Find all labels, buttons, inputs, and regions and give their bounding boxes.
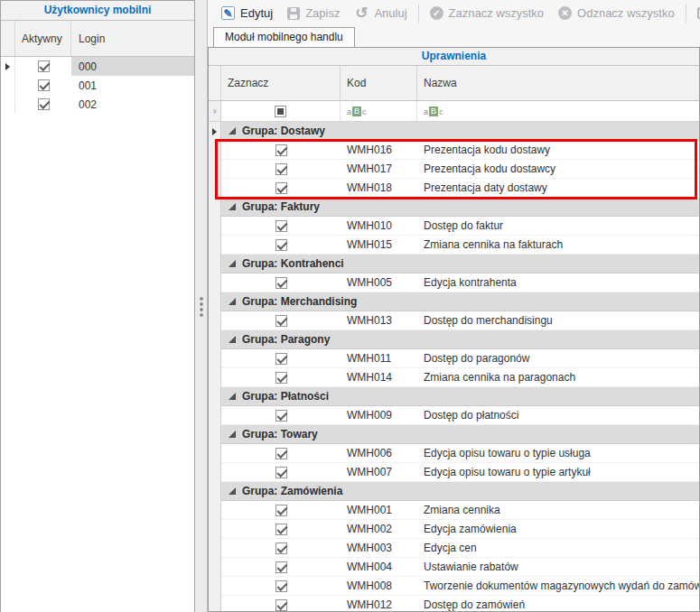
expand-triangle-icon[interactable] [229,298,236,305]
permission-checkbox[interactable] [275,163,287,175]
permission-row[interactable]: WMH010 Dostęp do faktur [209,217,699,236]
permission-row[interactable]: WMH012 Dostęp do zamówień [209,596,699,612]
expand-triangle-icon[interactable] [229,127,236,134]
permission-checkbox[interactable] [275,599,287,611]
login-cell[interactable]: 002 [71,95,194,114]
permission-checkbox[interactable] [275,505,287,516]
expand-triangle-icon[interactable] [229,260,236,267]
permission-checkbox[interactable] [275,372,287,384]
toolbar-button[interactable]: Zaznacz grup [690,4,700,23]
column-header-zaznacz[interactable]: Zaznacz [221,66,341,100]
permission-name: Tworzenie dokumentów magazynowych wydań … [417,577,699,596]
permission-checkbox[interactable] [275,277,287,289]
user-row[interactable]: 001 [1,76,194,95]
permission-code: WMH018 [341,179,417,198]
toolbar-button[interactable]: ✕ Odznacz wszystko [551,4,682,23]
permission-checkbox[interactable] [275,182,287,194]
expand-triangle-icon[interactable] [229,203,236,210]
permission-checkbox[interactable] [275,410,287,422]
permission-row[interactable]: WMH014 Zmiana cennika na paragonach [209,368,699,387]
grid-header-row: Zaznacz Kod Nazwa [209,66,699,101]
app-window: Użytkownicy mobilni Aktywny Login 000 00… [0,0,700,612]
permission-code: WMH001 [341,501,417,520]
permission-checkbox[interactable] [275,542,287,554]
permission-row[interactable]: WMH016 Prezentacja kodu dostawy [209,141,699,160]
column-header-login[interactable]: Login [71,21,194,56]
expand-triangle-icon[interactable] [229,431,236,438]
toolbar-button[interactable]: ↺ Anuluj [347,4,414,23]
permission-row[interactable]: WMH009 Dostęp do płatności [209,406,699,425]
splitter-grip-icon[interactable] [200,298,202,317]
column-header-kod[interactable]: Kod [341,66,417,100]
toolbar-button[interactable]: ✓ Zaznacz wszystko [423,4,551,23]
edit-icon: ✎ [221,6,235,20]
permission-checkbox[interactable] [275,144,287,156]
permission-code: WMH009 [341,406,417,425]
contains-filter-icon[interactable]: aBc [347,107,367,116]
permission-checkbox[interactable] [275,315,287,327]
mobile-users-panel: Użytkownicy mobilni Aktywny Login 000 00… [0,0,195,612]
column-header-nazwa[interactable]: Nazwa [417,66,699,100]
login-cell[interactable]: 000 [71,57,194,76]
permission-checkbox[interactable] [275,239,287,251]
users-body: 000 001 002 [1,57,194,114]
contains-filter-icon[interactable]: aBc [424,107,443,116]
active-checkbox[interactable] [38,79,50,91]
user-row[interactable]: 002 [1,95,194,114]
permission-name: Edycja zamówienia [417,520,699,539]
column-header-aktywny[interactable]: Aktywny [15,21,71,56]
toolbar-button[interactable]: ✎ Edytuj [214,4,280,23]
permission-row[interactable]: WMH003 Edycja cen [209,539,699,558]
group-row[interactable]: Grupa: Zamówienia [209,482,699,501]
expand-triangle-icon[interactable] [229,487,236,495]
permission-checkbox[interactable] [275,448,287,459]
permission-row[interactable]: WMH013 Dostęp do merchandisingu [209,311,699,330]
permission-row[interactable]: WMH017 Prezentacja kodu dostawcy [209,160,699,179]
permission-checkbox[interactable] [275,561,287,573]
permission-row[interactable]: WMH004 Ustawianie rabatów [209,558,699,577]
group-row[interactable]: Grupa: Towary [209,425,699,444]
permission-name: Dostęp do merchandisingu [417,311,699,330]
group-row[interactable]: Grupa: Merchandising [209,292,699,311]
permission-row[interactable]: WMH018 Prezentacja daty dostawy [209,179,699,198]
permission-name: Zmiana cennika na paragonach [417,368,699,387]
pin-icon[interactable]: ♀ [210,107,218,116]
active-checkbox[interactable] [38,98,50,110]
group-row[interactable]: Grupa: Kontrahenci [209,255,699,274]
group-label: Grupa: Towary [242,428,318,440]
tab-modul-mobilnego-handlu[interactable]: Moduł mobilnego handlu [213,27,355,47]
permission-checkbox[interactable] [275,580,287,592]
group-row[interactable]: Grupa: Płatności [209,387,699,406]
permission-row[interactable]: WMH008 Tworzenie dokumentów magazynowych… [209,577,699,596]
permission-code: WMH014 [341,368,417,387]
permission-name: Dostęp do faktur [417,217,699,236]
expand-triangle-icon[interactable] [229,336,236,343]
group-row[interactable]: Grupa: Dostawy [209,122,699,141]
permission-checkbox[interactable] [275,353,287,365]
permission-row[interactable]: WMH005 Edycja kontrahenta [209,274,699,292]
group-label: Grupa: Merchandising [242,295,357,308]
permission-row[interactable]: WMH015 Zmiana cennika na fakturach [209,236,699,255]
permission-checkbox[interactable] [275,467,287,478]
x-circle-icon: ✕ [558,6,572,20]
permission-row[interactable]: WMH002 Edycja zamówienia [209,520,699,539]
permission-code: WMH010 [341,217,417,236]
permission-checkbox[interactable] [275,524,287,535]
group-label: Grupa: Zamówienia [242,485,342,497]
expand-triangle-icon[interactable] [229,393,236,400]
permission-row[interactable]: WMH007 Edycja opisu towaru o typie artyk… [209,463,699,482]
login-cell[interactable]: 001 [71,76,194,95]
toolbar-button[interactable]: Zapisz [280,4,347,23]
active-checkbox[interactable] [38,60,50,72]
filter-checkbox[interactable] [275,106,286,117]
group-row[interactable]: Grupa: Faktury [209,198,699,217]
group-label: Grupa: Kontrahenci [242,257,344,270]
permission-row[interactable]: WMH011 Dostęp do paragonów [209,349,699,368]
permission-row[interactable]: WMH006 Edycja opisu towaru o typie usług… [209,444,699,463]
user-row[interactable]: 000 [1,57,194,76]
mobile-users-title: Użytkownicy mobilni [1,1,194,21]
panel-splitter[interactable] [195,0,208,612]
permission-row[interactable]: WMH001 Zmiana cennika [209,501,699,520]
permission-checkbox[interactable] [275,220,287,232]
group-row[interactable]: Grupa: Paragony [209,330,699,349]
